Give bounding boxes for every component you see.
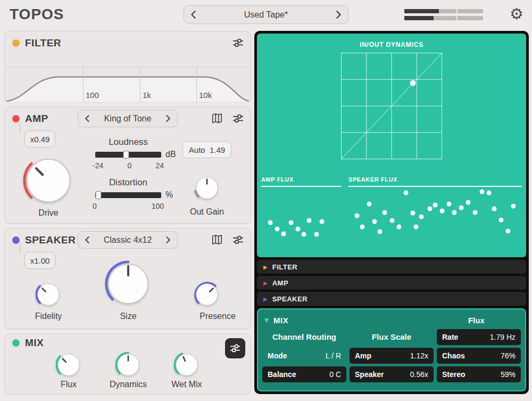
speaker-preset-name: Classic 4x12 <box>104 235 152 245</box>
filter-settings-icon[interactable] <box>232 37 244 49</box>
amp-preset-prev-button[interactable] <box>85 114 90 122</box>
chevron-right-icon <box>336 10 342 19</box>
mix-header: MIX <box>5 334 251 352</box>
amp-scale-label: Amp <box>355 351 371 360</box>
amp-section: AMP King of Tone x0.49 <box>4 107 251 224</box>
loudness-slider[interactable] <box>95 152 161 158</box>
filter-curve <box>5 68 251 102</box>
balance-cell[interactable]: Balance 0 C <box>262 366 346 382</box>
right-column: IN/OUT DYNAMICS AMP FLUX SPEAKER FLUX <box>254 31 529 394</box>
mix-color-dot[interactable] <box>12 339 20 347</box>
loudness-handle[interactable] <box>123 151 129 159</box>
dynamics-curve-grid[interactable] <box>341 53 442 159</box>
top-bar: TOPOS Used Tape* ⚙ <box>0 0 532 30</box>
distortion-handle[interactable] <box>96 191 102 199</box>
filter-curve-display[interactable]: 100 1k 10k <box>5 67 251 102</box>
filter-color-dot[interactable] <box>12 39 20 47</box>
collapsed-amp-label: AMP <box>272 279 288 287</box>
map-icon <box>211 112 223 124</box>
freq-label-10k: 10k <box>199 91 212 100</box>
flux-scale-header: Flux Scale <box>350 329 434 344</box>
chaos-label: Chaos <box>442 351 465 360</box>
drive-knob[interactable] <box>23 155 74 206</box>
amp-gain-multiplier[interactable]: x0.49 <box>24 130 55 148</box>
left-column: FILTER 100 1k 10k A <box>4 31 251 398</box>
presence-knob[interactable] <box>194 282 220 307</box>
chevron-right-icon <box>165 236 171 244</box>
distortion-slider[interactable] <box>95 192 161 198</box>
plugin-window: TOPOS Used Tape* ⚙ <box>0 0 532 401</box>
amp-scale-cell[interactable]: Amp 1.12x <box>350 348 434 364</box>
collapsed-filter-label: FILTER <box>272 263 298 271</box>
amp-preset-name: King of Tone <box>104 114 152 124</box>
mode-cell[interactable]: Mode L / R <box>262 348 346 364</box>
amp-preset-browser-icon[interactable] <box>211 112 223 124</box>
speaker-scale-value: 0.56x <box>410 370 428 379</box>
meter-bar-bottom <box>404 16 483 20</box>
main-preset-selector[interactable]: Used Tape* <box>184 5 348 24</box>
size-label: Size <box>105 312 152 321</box>
freq-gridline <box>196 67 197 102</box>
amp-preset-next-button[interactable] <box>165 114 171 122</box>
chevron-left-icon <box>85 236 90 244</box>
amp-scale-value: 1.12x <box>410 351 428 360</box>
map-icon <box>211 234 223 245</box>
distortion-label: Distortion <box>95 177 161 188</box>
out-gain-knob[interactable] <box>194 175 220 201</box>
balance-label: Balance <box>268 370 296 379</box>
mode-value: L / R <box>326 351 341 360</box>
chaos-value: 76% <box>501 351 516 360</box>
rate-cell[interactable]: Rate 1.79 Hz <box>437 329 521 345</box>
collapse-triangle-icon: ▼ <box>264 317 269 324</box>
stereo-value: 59% <box>501 370 516 379</box>
out-gain-label: Out Gain <box>187 207 227 217</box>
meter-bar-top <box>404 9 483 13</box>
mix-detail-panel: ▼ MIX Flux Channel Routing Flux Scale Ra… <box>257 308 526 391</box>
filter-header: FILTER <box>5 31 251 55</box>
speaker-scale-cell[interactable]: Speaker 0.56x <box>350 366 434 382</box>
size-knob[interactable] <box>105 260 152 307</box>
collapsed-amp-bar[interactable]: ▶ AMP <box>257 276 526 290</box>
speaker-preset-selector[interactable]: Classic 4x12 <box>78 231 178 249</box>
dynamics-knob[interactable] <box>115 352 141 378</box>
amp-flux-dots <box>261 190 341 242</box>
fidelity-knob[interactable] <box>36 282 61 307</box>
stereo-cell[interactable]: Stereo 59% <box>437 366 521 382</box>
speaker-settings-icon[interactable] <box>232 234 244 246</box>
channel-routing-header: Channel Routing <box>262 329 346 344</box>
distortion-unit: % <box>165 190 173 200</box>
mix-title: MIX <box>25 337 44 349</box>
speaker-preset-next-button[interactable] <box>165 236 171 244</box>
freq-gridline <box>140 67 140 102</box>
speaker-gain-multiplier[interactable]: x1.00 <box>24 252 55 269</box>
loudness-label: Loudness <box>95 137 161 148</box>
flux-group-label: Flux <box>434 316 519 325</box>
preset-prev-button[interactable] <box>190 10 196 19</box>
speaker-preset-browser-icon[interactable] <box>211 234 223 245</box>
settings-gear-icon[interactable]: ⚙ <box>510 5 523 23</box>
speaker-flux-dots <box>348 190 522 242</box>
amp-color-dot[interactable] <box>12 115 20 122</box>
wet-mix-knob[interactable] <box>174 352 200 378</box>
mix-panel-title: MIX <box>273 316 288 325</box>
preset-next-button[interactable] <box>336 10 342 19</box>
speaker-preset-prev-button[interactable] <box>85 236 90 244</box>
mix-panel-collapse[interactable]: ▼ MIX <box>264 316 349 325</box>
speaker-color-dot[interactable] <box>12 236 20 244</box>
flux-knob[interactable] <box>56 352 81 378</box>
mix-body: Flux Dynamics Wet Mix <box>11 352 244 392</box>
expand-triangle-icon: ▶ <box>263 264 268 270</box>
amp-settings-icon[interactable] <box>232 112 244 125</box>
chevron-left-icon <box>85 114 90 122</box>
collapsed-speaker-bar[interactable]: ▶ SPEAKER <box>257 292 526 306</box>
auto-gain-button[interactable]: Auto 1.49 <box>182 141 231 158</box>
dynamics-label: Dynamics <box>105 380 152 389</box>
collapsed-speaker-label: SPEAKER <box>272 295 307 303</box>
app-logo: TOPOS <box>10 6 64 23</box>
chaos-cell[interactable]: Chaos 76% <box>437 348 521 364</box>
amp-preset-selector[interactable]: King of Tone <box>78 110 178 127</box>
tick-24: 24 <box>155 161 164 170</box>
dynamics-dot-layer[interactable] <box>341 53 442 159</box>
collapsed-filter-bar[interactable]: ▶ FILTER <box>257 260 526 274</box>
speaker-scale-label: Speaker <box>355 370 384 379</box>
